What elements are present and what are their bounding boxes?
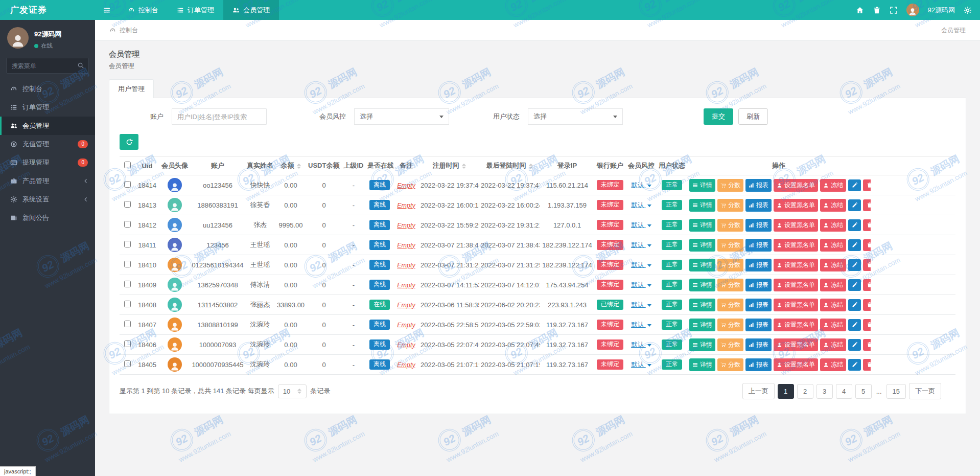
sidebar-item-news[interactable]: 新闻公告 — [0, 209, 95, 227]
remark-link[interactable]: Empty — [397, 342, 415, 349]
status-select[interactable]: 选择 — [528, 108, 623, 125]
remark-link[interactable]: Empty — [397, 182, 415, 189]
page-button-4[interactable]: 4 — [836, 384, 852, 399]
freeze-button[interactable]: 冻结 — [820, 179, 846, 192]
score-button[interactable]: 分数 — [717, 338, 743, 351]
edit-button[interactable] — [848, 179, 861, 191]
delete-button[interactable] — [863, 199, 871, 211]
detail-button[interactable]: 详情 — [689, 338, 715, 351]
profile-avatar[interactable] — [7, 27, 29, 49]
member-avatar[interactable] — [168, 298, 182, 312]
topnav-item-console[interactable]: 控制台 — [119, 0, 168, 20]
select-all-checkbox[interactable] — [124, 162, 131, 168]
blacklist-button[interactable]: 设置黑名单 — [774, 319, 818, 331]
sidebar-item-members[interactable]: 会员管理 — [0, 117, 95, 135]
edit-button[interactable] — [848, 279, 861, 291]
report-button[interactable]: 报表 — [745, 338, 772, 351]
risk-dropdown[interactable]: 默认 — [631, 261, 651, 268]
sidebar-item-orders[interactable]: 订单管理 — [0, 98, 95, 117]
home-icon[interactable] — [856, 6, 864, 14]
delete-button[interactable] — [863, 299, 871, 311]
member-avatar[interactable] — [168, 357, 182, 372]
report-button[interactable]: 报表 — [745, 299, 772, 311]
member-avatar[interactable] — [168, 318, 182, 332]
col-reg-time[interactable]: 注册时间 — [419, 156, 479, 175]
edit-button[interactable] — [848, 359, 861, 371]
detail-button[interactable]: 详情 — [689, 199, 715, 212]
menu-toggle-button[interactable] — [95, 0, 119, 20]
risk-dropdown[interactable]: 默认 — [631, 321, 651, 328]
fullscreen-icon[interactable] — [890, 6, 898, 14]
blacklist-button[interactable]: 设置黑名单 — [774, 219, 818, 232]
edit-button[interactable] — [848, 199, 861, 211]
remark-link[interactable]: Empty — [397, 302, 415, 309]
edit-button[interactable] — [848, 239, 861, 251]
delete-button[interactable] — [863, 339, 871, 351]
risk-dropdown[interactable]: 默认 — [631, 301, 651, 308]
remark-link[interactable]: Empty — [397, 262, 415, 269]
per-page-select[interactable]: 10 — [278, 384, 307, 398]
remark-link[interactable]: Empty — [397, 222, 415, 229]
risk-dropdown[interactable]: 默认 — [631, 281, 651, 288]
freeze-button[interactable]: 冻结 — [820, 279, 846, 291]
member-avatar[interactable] — [168, 278, 182, 292]
sidebar-item-recharge[interactable]: 充值管理0 — [0, 135, 95, 153]
sidebar-item-console[interactable]: 控制台 — [0, 80, 95, 98]
refresh-button[interactable]: 刷新 — [738, 108, 768, 125]
search-icon[interactable] — [77, 62, 84, 69]
delete-button[interactable] — [863, 279, 871, 291]
detail-button[interactable]: 详情 — [689, 259, 715, 271]
freeze-button[interactable]: 冻结 — [820, 319, 846, 331]
page-button-15[interactable]: 15 — [886, 384, 906, 399]
remark-link[interactable]: Empty — [397, 202, 415, 209]
sidebar-item-withdraw[interactable]: 提现管理0 — [0, 153, 95, 172]
row-checkbox[interactable] — [124, 261, 131, 267]
detail-button[interactable]: 详情 — [689, 358, 715, 371]
report-button[interactable]: 报表 — [745, 259, 772, 271]
freeze-button[interactable]: 冻结 — [820, 338, 846, 351]
member-avatar[interactable] — [168, 238, 182, 252]
member-avatar[interactable] — [168, 258, 182, 272]
risk-dropdown[interactable]: 默认 — [631, 182, 651, 189]
score-button[interactable]: 分数 — [717, 219, 743, 232]
submit-button[interactable]: 提交 — [704, 108, 733, 125]
report-button[interactable]: 报表 — [745, 319, 772, 331]
delete-button[interactable] — [863, 319, 871, 331]
remark-link[interactable]: Empty — [397, 242, 415, 249]
freeze-button[interactable]: 冻结 — [820, 259, 846, 271]
freeze-button[interactable]: 冻结 — [820, 299, 846, 311]
breadcrumb-left[interactable]: 控制台 — [109, 26, 138, 35]
blacklist-button[interactable]: 设置黑名单 — [774, 338, 818, 351]
row-checkbox[interactable] — [124, 281, 131, 287]
detail-button[interactable]: 详情 — [689, 299, 715, 311]
blacklist-button[interactable]: 设置黑名单 — [774, 259, 818, 271]
blacklist-button[interactable]: 设置黑名单 — [774, 299, 818, 311]
blacklist-button[interactable]: 设置黑名单 — [774, 179, 818, 192]
member-avatar[interactable] — [168, 178, 182, 192]
delete-button[interactable] — [863, 179, 871, 191]
report-button[interactable]: 报表 — [745, 219, 772, 232]
col-last-login-time[interactable]: 最后登陆时间 — [479, 156, 540, 175]
score-button[interactable]: 分数 — [717, 199, 743, 212]
report-button[interactable]: 报表 — [745, 179, 772, 192]
blacklist-button[interactable]: 设置黑名单 — [774, 358, 818, 371]
blacklist-button[interactable]: 设置黑名单 — [774, 199, 818, 212]
report-button[interactable]: 报表 — [745, 358, 772, 371]
score-button[interactable]: 分数 — [717, 358, 743, 371]
next-page-button[interactable]: 下一页 — [909, 383, 941, 399]
sidebar-item-products[interactable]: 产品管理 — [0, 172, 95, 190]
col-usdt[interactable]: USDT余额 — [307, 156, 341, 175]
delete-button[interactable] — [863, 259, 871, 271]
topnav-item-members[interactable]: 会员管理 — [223, 0, 279, 20]
topbar-username[interactable]: 92源码网 — [928, 6, 955, 15]
row-checkbox[interactable] — [124, 181, 131, 188]
risk-dropdown[interactable]: 默认 — [631, 221, 651, 229]
score-button[interactable]: 分数 — [717, 319, 743, 331]
score-button[interactable]: 分数 — [717, 179, 743, 192]
report-button[interactable]: 报表 — [745, 199, 772, 212]
delete-button[interactable] — [863, 359, 871, 371]
row-checkbox[interactable] — [124, 241, 131, 247]
menu-search-input[interactable] — [6, 58, 89, 74]
blacklist-button[interactable]: 设置黑名单 — [774, 239, 818, 252]
freeze-button[interactable]: 冻结 — [820, 358, 846, 371]
